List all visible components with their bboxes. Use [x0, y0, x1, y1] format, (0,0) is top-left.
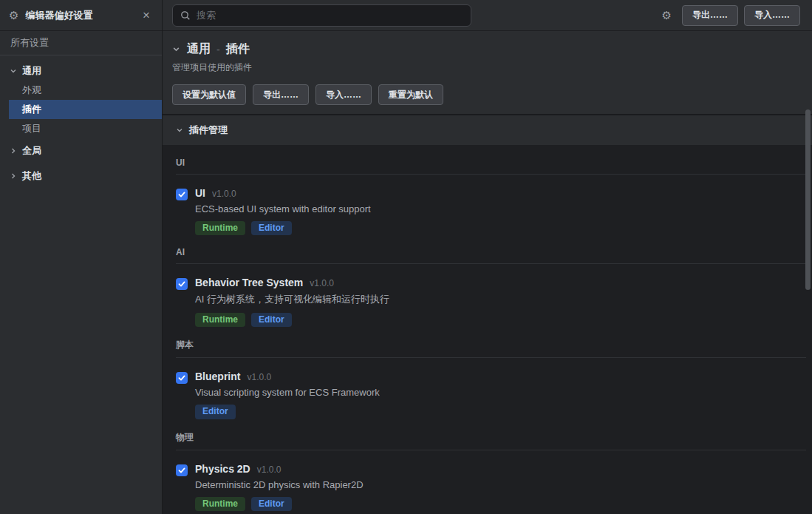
group-label: AI	[176, 247, 812, 257]
close-icon[interactable]: ×	[140, 7, 153, 23]
editor-badge: Editor	[195, 405, 236, 419]
plugin-enabled-checkbox[interactable]	[176, 464, 188, 476]
plugin-version: v1.0.0	[247, 372, 271, 382]
editor-badge: Editor	[251, 497, 292, 511]
section-plugin-management[interactable]: 插件管理	[163, 115, 812, 145]
top-toolbar: ⚙ 导出…… 导入……	[163, 0, 812, 31]
breadcrumb-separator: -	[216, 44, 220, 55]
group-label: 物理	[176, 431, 812, 444]
divider	[176, 450, 806, 450]
plugin-group-script: 脚本 Blueprint v1.0.0 Visual scripting sys…	[176, 339, 812, 419]
tree-item-plugins[interactable]: 插件	[9, 100, 162, 119]
tree-item-label: 插件	[22, 103, 41, 116]
search-box[interactable]	[172, 4, 471, 27]
header-buttons: 设置为默认值 导出…… 导入…… 重置为默认	[172, 84, 799, 105]
set-default-button[interactable]: 设置为默认值	[172, 84, 246, 105]
plugin-entry-body: Blueprint v1.0.0 Visual scripting system…	[195, 371, 380, 419]
page-header: 通用 - 插件 管理项目使用的插件 设置为默认值 导出…… 导入…… 重置为默认	[163, 31, 812, 115]
plugin-group-physics: 物理 Physics 2D v1.0.0 Deterministic 2D ph…	[176, 431, 812, 511]
search-input[interactable]	[197, 10, 463, 21]
preferences-gear-icon: ⚙	[9, 10, 18, 21]
tree-item-label: 其他	[22, 169, 41, 183]
tree-item-label: 项目	[22, 122, 41, 135]
plugin-version: v1.0.0	[257, 464, 282, 475]
plugin-name: Physics 2D	[195, 463, 250, 475]
tree-item-appearance[interactable]: 外观	[0, 81, 162, 100]
tree-item-global[interactable]: 全局	[0, 141, 162, 160]
chevron-right-icon	[10, 147, 17, 155]
plugin-enabled-checkbox[interactable]	[176, 372, 188, 384]
page-subtitle: 管理项目使用的插件	[172, 61, 799, 74]
section-title: 插件管理	[189, 124, 228, 137]
breadcrumb-parent: 通用	[187, 41, 211, 57]
chevron-right-icon	[10, 172, 17, 180]
plugin-entry-body: Behavior Tree System v1.0.0 AI 行为树系统，支持可…	[195, 277, 389, 327]
plugin-badges: Runtime Editor	[195, 221, 371, 235]
main-panel: ⚙ 导出…… 导入…… 通用 - 插件 管理项目使用的插件 设置为默认值 导出……	[163, 0, 812, 514]
sidebar: ⚙ 编辑器偏好设置 × 所有设置 通用 外观 插件 项目	[0, 0, 163, 514]
scrollbar-thumb[interactable]	[805, 109, 811, 290]
tree-item-label: 通用	[22, 64, 41, 78]
editor-badge: Editor	[251, 221, 292, 235]
tree-spacer	[0, 160, 162, 166]
plugin-entry-body: Physics 2D v1.0.0 Deterministic 2D physi…	[195, 463, 364, 511]
breadcrumb-current: 插件	[226, 41, 250, 57]
plugin-description: AI 行为树系统，支持可视化编辑和运行时执行	[195, 293, 389, 306]
plugin-description: ECS-based UI system with editor support	[195, 203, 371, 214]
all-settings-label: 所有设置	[10, 36, 49, 50]
editor-badge: Editor	[251, 313, 292, 327]
settings-gear-icon[interactable]: ⚙	[662, 10, 672, 21]
plugin-entry-ui: UI v1.0.0 ECS-based UI system with edito…	[176, 187, 812, 235]
preferences-window: ⚙ 编辑器偏好设置 × 所有设置 通用 外观 插件 项目	[0, 0, 812, 514]
plugin-description: Deterministic 2D physics with Rapier2D	[195, 479, 364, 490]
breadcrumb[interactable]: 通用 - 插件	[172, 41, 799, 57]
plugin-version: v1.0.0	[212, 189, 236, 199]
window-title: 编辑器偏好设置	[25, 9, 92, 22]
import-button[interactable]: 导入……	[315, 84, 372, 105]
sidebar-item-all-settings[interactable]: 所有设置	[0, 31, 162, 55]
runtime-badge: Runtime	[195, 497, 245, 511]
group-label: UI	[176, 158, 812, 168]
runtime-badge: Runtime	[195, 221, 245, 235]
plugin-name: UI	[195, 187, 205, 199]
plugin-entry-behavior-tree: Behavior Tree System v1.0.0 AI 行为树系统，支持可…	[176, 277, 812, 327]
divider	[176, 263, 806, 264]
tree-item-project[interactable]: 项目	[0, 119, 162, 138]
search-icon	[180, 10, 191, 21]
plugin-enabled-checkbox[interactable]	[176, 278, 188, 290]
plugin-entry-physics-2d: Physics 2D v1.0.0 Deterministic 2D physi…	[176, 463, 812, 511]
plugin-name: Blueprint	[195, 371, 240, 382]
runtime-badge: Runtime	[195, 313, 245, 327]
chevron-down-icon	[172, 45, 180, 53]
settings-tree: 通用 外观 插件 项目 全局 其	[0, 55, 162, 186]
plugin-version: v1.0.0	[310, 278, 334, 288]
tree-item-general[interactable]: 通用	[0, 61, 162, 81]
chevron-down-icon	[176, 126, 183, 134]
tree-item-label: 外观	[22, 84, 41, 97]
plugin-name: Behavior Tree System	[195, 277, 303, 288]
tree-item-other[interactable]: 其他	[0, 166, 162, 186]
toolbar-import-button[interactable]: 导入……	[744, 5, 800, 26]
group-label: 脚本	[176, 339, 812, 351]
plugin-entry-blueprint: Blueprint v1.0.0 Visual scripting system…	[176, 371, 812, 419]
plugin-group-ui: UI UI v1.0.0 ECS-based UI system with ed…	[176, 158, 812, 235]
plugin-badges: Runtime Editor	[195, 313, 389, 327]
divider	[176, 357, 806, 358]
tree-item-label: 全局	[22, 144, 41, 158]
plugin-list: UI UI v1.0.0 ECS-based UI system with ed…	[163, 145, 812, 514]
plugin-description: Visual scripting system for ECS Framewor…	[195, 387, 380, 398]
plugin-badges: Runtime Editor	[195, 497, 364, 511]
export-button[interactable]: 导出……	[253, 84, 309, 105]
chevron-down-icon	[10, 67, 17, 75]
reset-default-button[interactable]: 重置为默认	[378, 84, 443, 105]
divider	[176, 174, 806, 175]
sidebar-header: ⚙ 编辑器偏好设置 ×	[0, 0, 162, 31]
plugin-group-ai: AI Behavior Tree System v1.0.0 AI 行为树系统，…	[176, 247, 812, 327]
plugin-entry-body: UI v1.0.0 ECS-based UI system with edito…	[195, 187, 371, 235]
toolbar-export-button[interactable]: 导出……	[682, 5, 738, 26]
plugin-enabled-checkbox[interactable]	[176, 189, 188, 200]
plugin-badges: Editor	[195, 405, 380, 419]
